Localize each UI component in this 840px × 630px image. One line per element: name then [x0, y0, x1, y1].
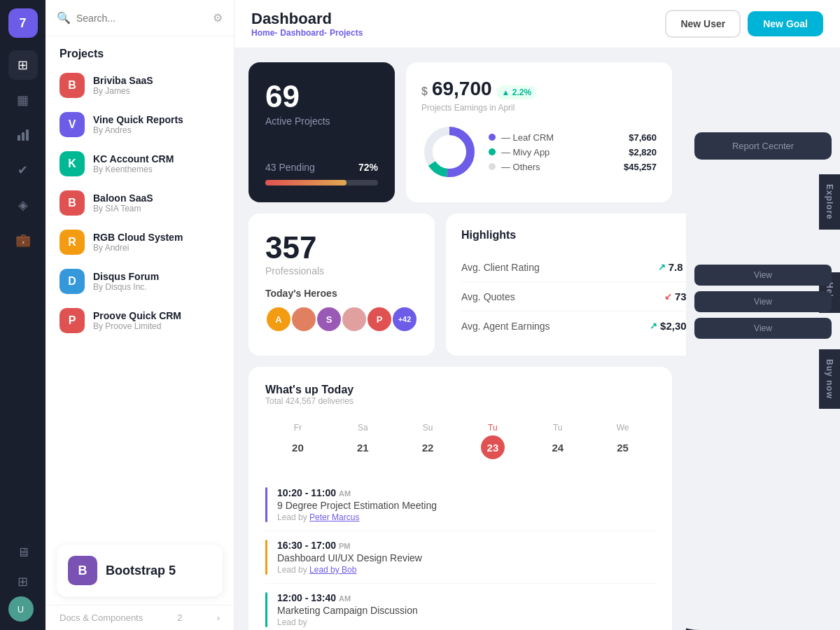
- calendar-day[interactable]: Tu 23: [460, 417, 525, 465]
- bootstrap-logo: B: [68, 556, 97, 585]
- hero-avatar: A: [265, 306, 292, 332]
- event-time: 10:20 - 11:00 AM: [277, 487, 655, 498]
- professionals-label: Professionals: [265, 265, 418, 276]
- search-input[interactable]: [76, 13, 207, 24]
- project-name: Vine Quick Reports: [93, 114, 220, 125]
- report-center-button[interactable]: Report Cecnter: [694, 132, 832, 160]
- list-item[interactable]: K KC Account CRM By Keenthemes: [46, 144, 234, 183]
- event-item: 16:30 - 17:00 PM Dashboard UI/UX Design …: [265, 531, 655, 584]
- apps-icon[interactable]: ⊞: [8, 567, 38, 596]
- cal-day-name: Su: [398, 423, 458, 433]
- docs-label: Docs & Components: [59, 612, 143, 623]
- project-info: Disqus Forum By Disqus Inc.: [93, 271, 220, 292]
- view-button-2[interactable]: View: [694, 291, 832, 312]
- breadcrumb-dashboard[interactable]: Dashboard-: [280, 28, 327, 38]
- new-user-button[interactable]: New User: [665, 10, 741, 38]
- legend-value: $45,257: [624, 162, 657, 172]
- header-left: Dashboard Home- Dashboard- Projects: [251, 10, 363, 38]
- legend-value: $2,820: [629, 147, 657, 158]
- progress-bar-fill: [265, 180, 346, 186]
- user-number-badge[interactable]: 7: [8, 8, 38, 38]
- calendar-day[interactable]: Sa 21: [330, 417, 396, 465]
- event-time: 16:30 - 17:00 PM: [277, 540, 655, 551]
- cal-day-num: 20: [286, 435, 309, 459]
- pending-label: 43 Pending: [265, 162, 315, 173]
- view-button-3[interactable]: View: [694, 318, 832, 339]
- project-by: By Andrei: [93, 243, 220, 253]
- schedule-subtitle: Total 424,567 deliveries: [265, 396, 655, 406]
- project-logo: D: [59, 269, 85, 294]
- event-name: Marketing Campaign Discussion: [277, 605, 655, 616]
- project-logo: R: [59, 230, 85, 255]
- view-button-1[interactable]: View: [694, 265, 832, 286]
- legend-name: — Others: [501, 162, 618, 172]
- active-projects-count: 69: [265, 79, 378, 114]
- project-by: By Disqus Inc.: [93, 282, 220, 292]
- sidebar-title: Projects: [46, 36, 234, 66]
- cal-day-name: Fr: [268, 423, 328, 433]
- project-by: By Proove Limited: [93, 321, 220, 331]
- right-panel: Report Cecnter View View View Explore He…: [686, 48, 840, 630]
- new-goal-button[interactable]: New Goal: [748, 11, 823, 36]
- event-person-link[interactable]: Lead by Bob: [309, 565, 356, 575]
- event-content: 10:20 - 11:00 AM 9 Degree Project Estima…: [277, 487, 655, 522]
- list-item[interactable]: B Briviba SaaS By James: [46, 66, 234, 105]
- earnings-subtitle: Projects Earnings in April: [421, 103, 657, 113]
- project-name: Disqus Forum: [93, 271, 220, 282]
- monitor-icon[interactable]: 🖥: [8, 538, 38, 567]
- main-content: Dashboard Home- Dashboard- Projects New …: [234, 0, 840, 630]
- layers-icon[interactable]: ◈: [8, 190, 38, 220]
- chart-icon[interactable]: [8, 120, 38, 150]
- list-item[interactable]: B Baloon SaaS By SIA Team: [46, 183, 234, 223]
- project-name: Proove Quick CRM: [93, 310, 220, 321]
- dashboard-icon[interactable]: ⊞: [8, 50, 38, 80]
- project-info: Baloon SaaS By SIA Team: [93, 192, 220, 214]
- breadcrumb-current: Projects: [330, 28, 363, 38]
- sidebar-docs[interactable]: Docs & Components 2 ›: [46, 605, 234, 630]
- breadcrumb-home[interactable]: Home-: [251, 28, 277, 38]
- highlight-row: Avg. Client Rating ↗ 7.810: [461, 253, 686, 282]
- legend-dot: [489, 163, 496, 170]
- pending-pct: 72%: [358, 162, 378, 173]
- bootstrap-promo-card[interactable]: B Bootstrap 5: [57, 545, 223, 596]
- calendar-day[interactable]: Tu 24: [525, 417, 590, 465]
- docs-count: 2: [177, 612, 182, 623]
- briefcase-icon[interactable]: 💼: [8, 225, 38, 255]
- schedule-title: What's up Today: [265, 384, 655, 396]
- list-item[interactable]: R RGB Cloud System By Andrei: [46, 223, 234, 262]
- project-logo: K: [59, 151, 85, 176]
- event-period: PM: [339, 542, 351, 550]
- list-item[interactable]: V Vine Quick Reports By Andres: [46, 105, 234, 144]
- hero-more: +42: [391, 306, 418, 332]
- calendar-day[interactable]: Su 22: [396, 417, 461, 465]
- calendar-day[interactable]: We 25: [590, 417, 655, 465]
- earnings-badge: ▲ 2.2%: [496, 85, 538, 99]
- filter-icon[interactable]: ⚙: [213, 11, 223, 24]
- professionals-count: 357: [265, 230, 418, 265]
- professionals-card: 357 Professionals Today's Heroes ASP+42: [248, 214, 435, 356]
- calendar-day[interactable]: Fr 20: [265, 417, 330, 465]
- project-logo: V: [59, 112, 85, 137]
- svg-rect-2: [26, 130, 29, 141]
- cal-day-num: 24: [546, 435, 570, 459]
- project-info: KC Account CRM By Keenthemes: [93, 153, 220, 174]
- event-person-link[interactable]: Peter Marcus: [309, 512, 359, 522]
- cal-day-num: 23: [481, 435, 505, 459]
- cal-day-name: Sa: [333, 423, 393, 433]
- legend-item: — Leaf CRM $7,660: [489, 132, 657, 143]
- list-item[interactable]: P Proove Quick CRM By Proove Limited: [46, 301, 234, 340]
- event-period: AM: [339, 489, 351, 498]
- stats-row: 357 Professionals Today's Heroes ASP+42 …: [248, 214, 672, 356]
- earnings-card: $ 69,700 ▲ 2.2% Projects Earnings in Apr…: [406, 62, 672, 202]
- hero-avatar: P: [366, 306, 393, 332]
- grid-icon[interactable]: ▦: [8, 85, 38, 115]
- hero-avatar: S: [316, 306, 342, 332]
- header: Dashboard Home- Dashboard- Projects New …: [234, 0, 840, 48]
- check-icon[interactable]: ✔: [8, 155, 38, 185]
- content-area: 69 Active Projects 43 Pending 72% $ 69,7…: [234, 48, 840, 630]
- pending-row: 43 Pending 72%: [265, 162, 378, 173]
- user-avatar[interactable]: U: [8, 596, 34, 622]
- event-period: AM: [339, 594, 351, 603]
- list-item[interactable]: D Disqus Forum By Disqus Inc.: [46, 262, 234, 301]
- project-info: Proove Quick CRM By Proove Limited: [93, 310, 220, 331]
